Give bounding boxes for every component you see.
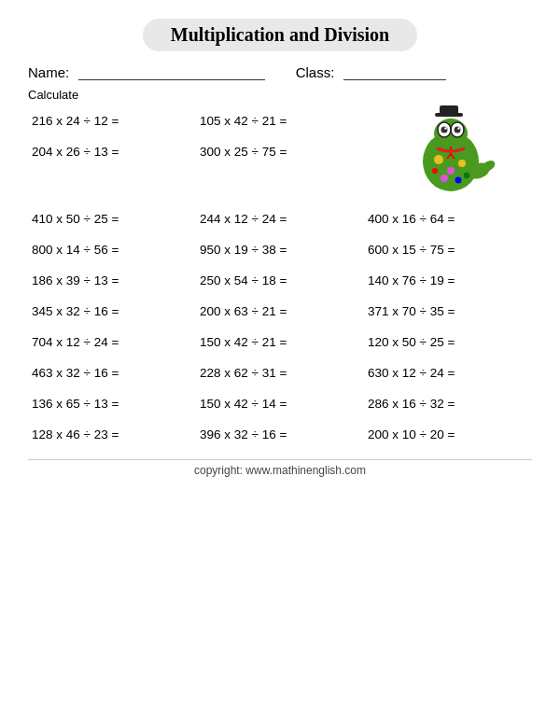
- problem-cell: 140 x 76 ÷ 19 =: [364, 265, 532, 296]
- problem-row-0: 216 x 24 ÷ 12 = 105 x 42 ÷ 21 =: [28, 105, 364, 136]
- problem-cell: 150 x 42 ÷ 21 =: [196, 327, 364, 357]
- problem-cell: 371 x 70 ÷ 35 =: [364, 296, 532, 327]
- svg-point-10: [441, 127, 447, 133]
- svg-point-18: [447, 167, 455, 175]
- problem-cell: 200 x 10 ÷ 20 =: [364, 419, 532, 450]
- problem-cell: 345 x 32 ÷ 16 =: [28, 296, 196, 327]
- problem-row-3: 800 x 14 ÷ 56 =950 x 19 ÷ 38 =600 x 15 ÷…: [28, 234, 532, 265]
- problem-cell: 286 x 16 ÷ 32 =: [364, 388, 532, 419]
- problem-cell: 400 x 16 ÷ 64 =: [364, 203, 532, 234]
- problem-cell: 120 x 50 ÷ 25 =: [364, 327, 532, 357]
- svg-point-11: [454, 127, 460, 133]
- problem-cell: 950 x 19 ÷ 38 =: [196, 234, 364, 265]
- problem-cell: 300 x 25 ÷ 75 =: [196, 136, 364, 167]
- problem-cell: 800 x 14 ÷ 56 =: [28, 234, 196, 265]
- svg-point-17: [434, 155, 443, 164]
- problem-cell: 204 x 26 ÷ 13 =: [28, 136, 196, 167]
- worksheet-title: Multiplication and Division: [143, 19, 418, 51]
- class-label: Class:: [296, 64, 335, 80]
- problem-cell: 600 x 15 ÷ 75 =: [364, 234, 532, 265]
- problem-row-9: 128 x 46 ÷ 23 =396 x 32 ÷ 16 =200 x 10 ÷…: [28, 419, 532, 450]
- problem-row-8: 136 x 65 ÷ 13 =150 x 42 ÷ 14 =286 x 16 ÷…: [28, 388, 532, 419]
- name-underline[interactable]: [78, 65, 265, 80]
- problem-cell: 200 x 63 ÷ 21 =: [196, 296, 364, 327]
- calculate-label: Calculate: [28, 88, 532, 102]
- snake-illustration: [399, 105, 497, 203]
- problem-row-4: 186 x 39 ÷ 13 =250 x 54 ÷ 18 =140 x 76 ÷…: [28, 265, 532, 296]
- copyright: copyright: www.mathinenglish.com: [28, 459, 532, 477]
- problem-cell: 630 x 12 ÷ 24 =: [364, 357, 532, 388]
- class-underline[interactable]: [343, 65, 446, 80]
- problem-cell: 250 x 54 ÷ 18 =: [196, 265, 364, 296]
- problem-cell: 136 x 65 ÷ 13 =: [28, 388, 196, 419]
- problem-cell: 216 x 24 ÷ 12 =: [28, 105, 196, 136]
- title-container: Multiplication and Division: [28, 19, 532, 51]
- problem-cell: 128 x 46 ÷ 23 =: [28, 419, 196, 450]
- svg-point-21: [455, 177, 461, 184]
- left-two-cols: 216 x 24 ÷ 12 = 105 x 42 ÷ 21 = 204 x 26…: [28, 105, 364, 203]
- worksheet-page: Multiplication and Division Name: Class:…: [0, 0, 560, 728]
- problem-row-2: 410 x 50 ÷ 25 =244 x 12 ÷ 24 =400 x 16 ÷…: [28, 203, 532, 234]
- problem-row-5: 345 x 32 ÷ 16 =200 x 63 ÷ 21 =371 x 70 ÷…: [28, 296, 532, 327]
- first-two-rows: 216 x 24 ÷ 12 = 105 x 42 ÷ 21 = 204 x 26…: [28, 105, 532, 203]
- svg-point-22: [432, 168, 438, 174]
- problem-cell: 228 x 62 ÷ 31 =: [196, 357, 364, 388]
- problem-cell: 150 x 42 ÷ 14 =: [196, 388, 364, 419]
- problem-cell: 244 x 12 ÷ 24 =: [196, 203, 364, 234]
- svg-point-23: [464, 173, 469, 178]
- svg-point-19: [458, 160, 466, 167]
- problem-row-6: 704 x 12 ÷ 24 =150 x 42 ÷ 21 =120 x 50 ÷…: [28, 327, 532, 357]
- problem-cell: 105 x 42 ÷ 21 =: [196, 105, 364, 136]
- snake-column: [364, 105, 532, 203]
- problem-cell: 396 x 32 ÷ 16 =: [196, 419, 364, 450]
- problem-cell: 704 x 12 ÷ 24 =: [28, 327, 196, 357]
- svg-point-20: [441, 175, 448, 182]
- svg-rect-1: [440, 105, 458, 115]
- svg-point-12: [444, 127, 446, 129]
- problem-cell: 410 x 50 ÷ 25 =: [28, 203, 196, 234]
- problem-row-1: 204 x 26 ÷ 13 = 300 x 25 ÷ 75 =: [28, 136, 364, 167]
- svg-point-13: [457, 127, 459, 129]
- problem-cell: 186 x 39 ÷ 13 =: [28, 265, 196, 296]
- name-class-row: Name: Class:: [28, 64, 532, 80]
- problem-row-7: 463 x 32 ÷ 16 =228 x 62 ÷ 31 =630 x 12 ÷…: [28, 357, 532, 388]
- problems-grid: 410 x 50 ÷ 25 =244 x 12 ÷ 24 =400 x 16 ÷…: [28, 203, 532, 450]
- problem-cell: 463 x 32 ÷ 16 =: [28, 357, 196, 388]
- name-label: Name:: [28, 64, 69, 80]
